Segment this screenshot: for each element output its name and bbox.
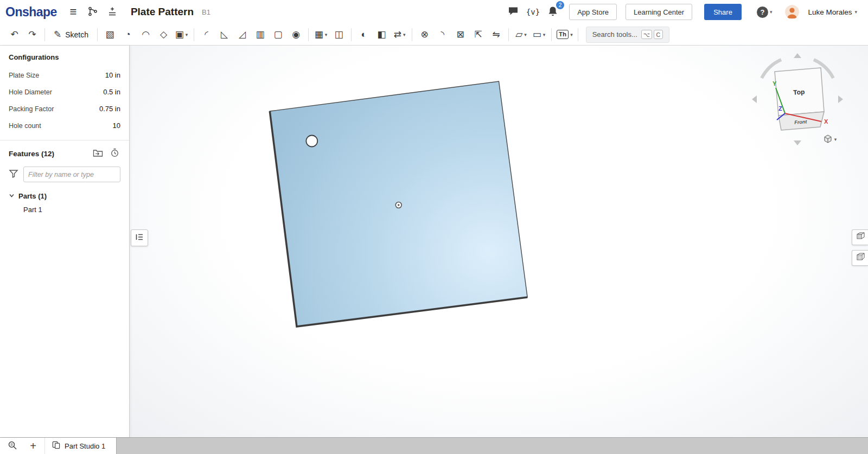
feature-filter-input[interactable] bbox=[23, 167, 120, 182]
add-folder-button[interactable] bbox=[92, 148, 104, 159]
part-list-item[interactable]: Part 1 bbox=[9, 200, 120, 214]
rotate-right-arrow[interactable] bbox=[838, 95, 843, 103]
custom-feature-th-button[interactable]: Th▾ bbox=[555, 27, 575, 43]
draft-button[interactable]: ◿ bbox=[233, 27, 251, 43]
configuration-value[interactable]: 0.75 in bbox=[99, 105, 120, 113]
configuration-value[interactable]: 0.5 in bbox=[103, 88, 120, 96]
move-face-button[interactable]: ⇱ bbox=[469, 27, 487, 43]
surface-dropdown-caret[interactable]: ▾ bbox=[543, 32, 546, 37]
main-menu-button[interactable]: ≡ bbox=[66, 4, 81, 20]
feature-list-toggle-button[interactable] bbox=[131, 229, 148, 246]
mirror-button[interactable]: ◫ bbox=[330, 27, 348, 43]
plane-dropdown-caret[interactable]: ▾ bbox=[524, 32, 527, 37]
undo-button[interactable]: ↶ bbox=[5, 27, 23, 43]
tab-part-studio[interactable]: Part Studio 1 bbox=[44, 438, 117, 454]
rollback-history-button[interactable] bbox=[108, 148, 120, 159]
user-avatar[interactable] bbox=[785, 5, 799, 19]
configuration-label: Hole Diameter bbox=[9, 88, 52, 96]
rotate-down-arrow[interactable] bbox=[794, 140, 801, 145]
surface-button[interactable]: ▭▾ bbox=[530, 27, 548, 43]
search-tools-button[interactable]: Search tools... ⌥C bbox=[586, 27, 669, 43]
revolve-button[interactable]: ◔ bbox=[119, 27, 137, 43]
transform-button[interactable]: ⇄▾ bbox=[391, 27, 409, 43]
section-view-button[interactable] bbox=[852, 250, 868, 266]
linear-pattern-dropdown-caret[interactable]: ▾ bbox=[325, 32, 328, 37]
help-icon: ? bbox=[757, 7, 768, 18]
boolean-button[interactable]: ◐ bbox=[355, 27, 373, 43]
loft-button[interactable]: ◇ bbox=[155, 27, 173, 43]
display-states-button[interactable] bbox=[852, 229, 868, 245]
delete-face-button[interactable]: ⊠ bbox=[451, 27, 469, 43]
sketch-label: Sketch bbox=[65, 30, 88, 39]
search-tabs-button[interactable] bbox=[5, 439, 20, 453]
plate-hole[interactable] bbox=[306, 136, 317, 147]
transform-icon: ⇄ bbox=[394, 30, 401, 39]
versions-button[interactable] bbox=[85, 4, 100, 20]
x-axis-label: X bbox=[824, 118, 828, 125]
extrude-icon: ▧ bbox=[106, 30, 114, 39]
rotate-left-arrow[interactable] bbox=[752, 95, 757, 103]
extrude-button[interactable]: ▧ bbox=[101, 27, 119, 43]
custom-feature-th-icon: Th bbox=[557, 30, 569, 40]
user-name: Luke Morales bbox=[808, 8, 852, 16]
redo-icon: ↷ bbox=[28, 30, 36, 39]
hole-button[interactable]: ◉ bbox=[287, 27, 305, 43]
sweep-button[interactable]: ◠ bbox=[137, 27, 155, 43]
configuration-value[interactable]: 10 bbox=[113, 122, 120, 130]
filter-row bbox=[9, 167, 120, 182]
mirror-icon: ◫ bbox=[335, 30, 343, 39]
share-button[interactable]: Share bbox=[704, 4, 742, 20]
replace-face-icon: ⇋ bbox=[492, 30, 500, 39]
thicken-dropdown-caret[interactable]: ▾ bbox=[186, 32, 188, 37]
document-title: Plate Pattern bbox=[131, 6, 194, 18]
split-button[interactable]: ◧ bbox=[373, 27, 391, 43]
split-icon: ◧ bbox=[378, 30, 386, 39]
configuration-value[interactable]: 10 in bbox=[105, 71, 120, 79]
comment-bubble-icon bbox=[508, 6, 519, 18]
fillet-button[interactable]: ◜ bbox=[197, 27, 215, 43]
graphics-viewport[interactable]: Top Front Y Z X ▾ bbox=[130, 46, 868, 437]
chevron-down-icon: ▾ bbox=[854, 9, 857, 15]
rotate-up-arrow[interactable] bbox=[794, 53, 801, 58]
user-menu-button[interactable]: Luke Morales ▾ bbox=[805, 8, 860, 17]
custom-feature-th-dropdown-caret[interactable]: ▾ bbox=[570, 32, 573, 37]
chamfer-button[interactable]: ◺ bbox=[215, 27, 233, 43]
toolbar-separator bbox=[508, 28, 509, 41]
view-cube-front-label: Front bbox=[794, 119, 808, 125]
delete-part-button[interactable]: ⊗ bbox=[416, 27, 433, 43]
panel-divider bbox=[0, 140, 129, 140]
app-store-button[interactable]: App Store bbox=[569, 4, 617, 20]
linear-pattern-icon: ▦ bbox=[315, 30, 323, 39]
notifications-button[interactable]: 2 bbox=[545, 4, 560, 20]
plane-button[interactable]: ▱▾ bbox=[512, 27, 530, 43]
rib-button[interactable]: ▥ bbox=[251, 27, 269, 43]
toolbar-group: ↶↷ bbox=[5, 27, 41, 43]
toolbar-separator bbox=[97, 28, 98, 41]
parts-section-header[interactable]: Parts (1) bbox=[9, 192, 120, 200]
redo-button[interactable]: ↷ bbox=[23, 27, 41, 43]
comments-button[interactable] bbox=[506, 4, 521, 20]
view-mode-button[interactable]: ▾ bbox=[819, 133, 841, 145]
draft-icon: ◿ bbox=[239, 30, 246, 39]
configuration-row: Hole Diameter0.5 in bbox=[9, 84, 120, 100]
onshape-logo[interactable]: Onshape bbox=[5, 5, 57, 20]
origin-marker[interactable] bbox=[395, 202, 401, 208]
toolbar-group: ▱▾▭▾ bbox=[512, 27, 548, 43]
help-menu-button[interactable]: ? ▾ bbox=[754, 6, 776, 18]
learning-center-button[interactable]: Learning Center bbox=[626, 4, 692, 20]
hamburger-icon: ≡ bbox=[70, 6, 77, 18]
thicken-button[interactable]: ▣▾ bbox=[173, 27, 190, 43]
transform-dropdown-caret[interactable]: ▾ bbox=[403, 32, 406, 37]
z-axis-label: Z bbox=[778, 105, 782, 112]
linear-pattern-button[interactable]: ▦▾ bbox=[312, 27, 330, 43]
shell-button[interactable]: ▢ bbox=[269, 27, 287, 43]
add-tab-button[interactable]: + bbox=[26, 439, 40, 453]
sketch-button[interactable]: ✎Sketch bbox=[48, 27, 94, 43]
toolbar-separator bbox=[308, 28, 309, 41]
version-badge[interactable]: B1 bbox=[202, 8, 210, 16]
featurescript-notices-button[interactable]: {v} bbox=[525, 4, 541, 20]
modify-fillet-button[interactable]: ◝ bbox=[433, 27, 451, 43]
cube-icon bbox=[824, 135, 832, 145]
replace-face-button[interactable]: ⇋ bbox=[487, 27, 505, 43]
insert-element-button[interactable] bbox=[105, 4, 120, 20]
